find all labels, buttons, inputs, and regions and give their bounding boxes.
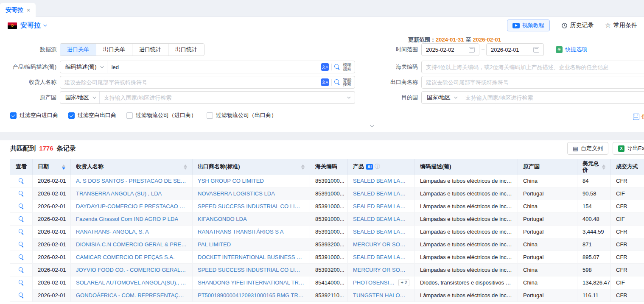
consignee-link[interactable]: A. S DOS SANTOS - PRESTACAO DE SERVIC...: [71, 175, 193, 187]
view-record-button[interactable]: [10, 175, 33, 187]
product-link[interactable]: PHOTOSENSITIV...+ 2: [348, 276, 415, 289]
date-cell: 2026-02-01: [33, 251, 71, 263]
checkbox-filter-logistics-importer[interactable]: 过滤物流公司（进口商）: [126, 112, 196, 119]
sort-icon[interactable]: [599, 165, 605, 170]
product-link[interactable]: MERCURY OR SODIU...: [348, 264, 415, 276]
view-record-button[interactable]: [10, 238, 33, 251]
description-cell: Díodos, transístores e dispositivos se..…: [415, 276, 518, 289]
magnifier-icon: [19, 242, 24, 247]
consignee-link[interactable]: Fazenda Girassol Com IND AGRO P LDA: [71, 213, 193, 225]
checkbox-filter-blank-exporter[interactable]: 过滤空白出口商: [68, 112, 116, 119]
translate-icon[interactable]: 文A: [321, 63, 329, 71]
origin-cell: China: [518, 264, 577, 276]
product-link[interactable]: SEALED BEAM LAMP ...: [348, 251, 415, 263]
history-button[interactable]: 历史记录: [561, 22, 594, 29]
customize-columns-button[interactable]: ▤ 自定义列: [567, 142, 608, 155]
product-link[interactable]: SEALED BEAM LAMP ...: [348, 200, 415, 212]
view-record-button[interactable]: [10, 226, 33, 238]
hs-code-input[interactable]: [422, 61, 644, 73]
view-record-button[interactable]: [10, 276, 33, 289]
exporter-link[interactable]: KIFANGONDO LDA: [193, 213, 310, 225]
origin-type-select[interactable]: 国家/地区: [60, 92, 100, 103]
country-title[interactable]: 安哥拉: [20, 21, 41, 30]
checkbox-label: 过滤空白进口商: [20, 112, 58, 119]
exporter-link[interactable]: RANATRANS TRANSITÁRIOS S A: [193, 226, 310, 238]
magnifier-icon: [19, 267, 24, 273]
product-link[interactable]: SEALED BEAM LAMP ...: [348, 213, 415, 225]
col-usd-total[interactable]: 美元总价: [577, 159, 611, 175]
tab-import-declarations[interactable]: 进口关单: [60, 44, 96, 56]
exporter-link[interactable]: SHANDONG YIFEI INTERNATIONAL TRADIN...: [193, 276, 310, 289]
view-record-button[interactable]: [10, 213, 33, 225]
checkbox-filter-blank-importer[interactable]: 过滤空白进口商: [10, 112, 58, 119]
tab-label: 安哥拉: [6, 6, 23, 14]
checkbox-filter-logistics-exporter[interactable]: 过滤物流公司（出口商）: [207, 112, 277, 119]
tab-angola[interactable]: 安哥拉 ×: [0, 3, 36, 17]
product-field-select[interactable]: 编码描述(葡): [60, 61, 107, 73]
chevron-down-icon[interactable]: [43, 23, 47, 26]
product-link[interactable]: MERCURY OR SODIU...: [348, 238, 415, 251]
view-record-button[interactable]: [10, 264, 33, 276]
exporter-link[interactable]: NOVASERRA LOGISTICS LDA: [193, 187, 310, 200]
sort-icon[interactable]: [299, 165, 305, 170]
destination-type-select[interactable]: 国家/地区: [422, 92, 461, 103]
chevron-down-icon[interactable]: [347, 95, 350, 98]
tab-import-statistics[interactable]: 进口统计: [132, 44, 168, 56]
consignee-link[interactable]: DAYDAYUP-COMERCIO E PRESTACAO DE S...: [71, 200, 193, 212]
product-field-select-value: 编码描述(葡): [65, 63, 97, 71]
consignee-link[interactable]: DIONISIA.C.N COMERCIO GERAL & PRESTA...: [71, 238, 193, 251]
product-link[interactable]: SEALED BEAM LAMP ...: [348, 187, 415, 200]
video-tutorial-button[interactable]: 视频教程: [507, 20, 550, 31]
exporter-link[interactable]: SPEED SUCCESS INDUSTRIAL CO LIMITED: [193, 200, 310, 212]
tab-export-declarations[interactable]: 出口关单: [96, 44, 132, 56]
save-conditions-button[interactable]: 保: [633, 113, 644, 120]
search-icon[interactable]: [334, 64, 340, 70]
view-record-button[interactable]: [10, 200, 33, 212]
consignee-input[interactable]: [60, 76, 318, 88]
quick-options-button[interactable]: ✳ 快捷选项: [556, 43, 587, 56]
sort-icon[interactable]: [181, 165, 187, 170]
time-range-label: 时间范围: [365, 43, 418, 56]
favorites-button[interactable]: ☆ 常用条件: [605, 22, 637, 29]
exporter-link[interactable]: YSH GROUP CO LIMITED: [193, 175, 310, 187]
description-text: Lâmpadas e tubos eléctricos de inca...: [420, 229, 512, 235]
product-search-input[interactable]: [107, 61, 318, 73]
tab-export-statistics[interactable]: 出口统计: [168, 44, 204, 56]
close-icon[interactable]: ×: [27, 7, 30, 14]
consignee-link[interactable]: JOYVIO FOOD CO. - COMERCIO GERAL, LDA: [71, 264, 193, 276]
destination-search-input[interactable]: [461, 92, 644, 103]
collapse-panel-chevron-icon[interactable]: [370, 123, 374, 127]
view-record-button[interactable]: [10, 289, 33, 301]
datasource-tabs: 进口关单 出口关单 进口统计 出口统计: [60, 43, 204, 56]
exporter-link[interactable]: SPEED SUCCESS INDUSTRIAL CO LIMITED: [193, 264, 310, 276]
sort-icon[interactable]: [59, 165, 65, 170]
search-icon[interactable]: [334, 79, 340, 85]
col-exporter[interactable]: 出口商名称(标准): [193, 159, 310, 175]
fuzzy-search-button[interactable]: 模糊 搜索: [343, 63, 351, 71]
product-link[interactable]: TUNGSTEN HALOGEN...: [348, 289, 415, 301]
product-link[interactable]: SEALED BEAM LAMP ...: [348, 175, 415, 187]
consignee-link[interactable]: CAMICAR COMERCIO DE PEÇAS S.A.: [71, 251, 193, 263]
more-products-badge[interactable]: + 2: [398, 279, 409, 286]
exporter-input[interactable]: [422, 76, 644, 88]
consignee-link[interactable]: TRANSERRA ANGOLA (SU) , LDA: [71, 187, 193, 200]
date-to-input[interactable]: 2026-02-01: [486, 43, 544, 56]
exporter-link[interactable]: PAL LIMITED: [193, 238, 310, 251]
date-from-input[interactable]: 2025-02-02: [421, 43, 479, 56]
view-record-button[interactable]: [10, 187, 33, 200]
consignee-link[interactable]: RANATRANS- ANGOLA, S. A: [71, 226, 193, 238]
col-date[interactable]: 日期: [33, 159, 71, 175]
origin-search-input[interactable]: [100, 92, 347, 103]
export-excel-button[interactable]: X 导出Exc: [613, 142, 644, 155]
exporter-link[interactable]: PT50018900004120931000165 BMG TRADI...: [193, 289, 310, 301]
consignee-link[interactable]: SOLAREAL AUTOMOVEL ANGOLA(SU)., LDA: [71, 276, 193, 289]
product-link[interactable]: SEALED BEAM LAMP ...: [348, 226, 415, 238]
col-consignee[interactable]: 收货人名称: [71, 159, 193, 175]
consignee-link[interactable]: GONDOÁFRICA - COM. REPRESENTAÇÕES ...: [71, 289, 193, 301]
description-cell: Lâmpadas e tubos eléctricos de inca...: [415, 238, 518, 251]
info-icon[interactable]: ⓘ: [375, 164, 380, 170]
smart-search-button[interactable]: 智能 搜索: [343, 78, 351, 86]
translate-icon[interactable]: 文A: [321, 78, 329, 86]
exporter-link[interactable]: DOCKET INTERNATIONAL BUSINESS LDA: [193, 251, 310, 263]
view-record-button[interactable]: [10, 251, 33, 263]
